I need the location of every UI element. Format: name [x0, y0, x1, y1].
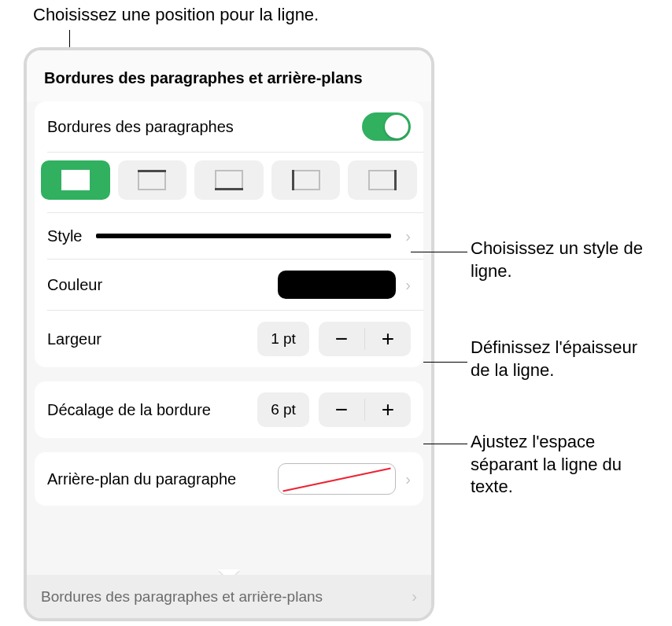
color-swatch — [278, 271, 396, 299]
border-right-icon — [368, 170, 397, 190]
callout-leader-line — [423, 362, 467, 363]
chevron-right-icon: › — [405, 227, 411, 245]
callout-offset: Ajustez l'espace séparant la ligne du te… — [471, 431, 659, 499]
width-stepper: − + — [319, 322, 411, 356]
footer-label: Bordures des paragraphes et arrière-plan… — [41, 588, 323, 606]
row-style[interactable]: Style › — [35, 213, 423, 259]
chevron-right-icon: › — [412, 587, 417, 606]
offset-value: 6 pt — [257, 392, 309, 427]
callout-width: Définissez l'épaisseur de la ligne. — [471, 337, 659, 381]
chevron-right-icon: › — [405, 470, 411, 488]
position-all-button[interactable] — [41, 160, 110, 200]
style-label: Style — [47, 227, 82, 245]
line-style-preview — [96, 234, 391, 238]
background-label: Arrière-plan du paragraphe — [47, 470, 268, 489]
color-label: Couleur — [47, 276, 268, 294]
no-fill-swatch-icon — [278, 463, 396, 495]
settings-panel: Bordures des paragraphes et arrière-plan… — [24, 47, 434, 621]
width-decrement-button[interactable]: − — [319, 322, 364, 356]
chevron-right-icon: › — [405, 276, 411, 294]
width-label: Largeur — [47, 330, 248, 348]
callout-leader-line — [423, 444, 467, 444]
row-offset: Décalage de la bordure 6 pt − + — [35, 381, 423, 438]
callout-style: Choisissez un style de ligne. — [471, 238, 659, 282]
border-position-selector — [35, 153, 423, 212]
offset-label: Décalage de la bordure — [47, 400, 248, 420]
toggle-label: Bordures des paragraphes — [47, 118, 353, 136]
callout-position: Choisissez une position pour la ligne. — [33, 5, 319, 25]
group-borders-main: Bordures des paragraphes Style › Couleur… — [35, 101, 423, 367]
width-value: 1 pt — [257, 322, 309, 356]
group-offset: Décalage de la bordure 6 pt − + — [35, 381, 423, 438]
position-left-button[interactable] — [271, 160, 341, 200]
row-width: Largeur 1 pt − + — [35, 311, 423, 367]
border-all-icon — [61, 170, 90, 190]
position-top-button[interactable] — [118, 160, 187, 200]
position-right-button[interactable] — [348, 160, 417, 200]
position-bottom-button[interactable] — [194, 160, 264, 200]
callout-leader-line — [411, 252, 467, 252]
offset-decrement-button[interactable]: − — [319, 392, 364, 427]
row-toggle-borders: Bordures des paragraphes — [35, 101, 423, 152]
border-bottom-icon — [215, 170, 243, 190]
borders-toggle[interactable] — [362, 112, 411, 141]
offset-increment-button[interactable]: + — [365, 392, 411, 427]
row-background[interactable]: Arrière-plan du paragraphe › — [35, 452, 423, 506]
offset-stepper: − + — [319, 392, 411, 427]
row-color[interactable]: Couleur › — [35, 260, 423, 310]
group-background: Arrière-plan du paragraphe › — [35, 452, 423, 506]
footer-row[interactable]: Bordures des paragraphes et arrière-plan… — [27, 575, 431, 618]
panel-title: Bordures des paragraphes et arrière-plan… — [27, 50, 431, 101]
border-left-icon — [292, 170, 320, 190]
border-top-icon — [138, 170, 166, 190]
width-increment-button[interactable]: + — [365, 322, 411, 356]
